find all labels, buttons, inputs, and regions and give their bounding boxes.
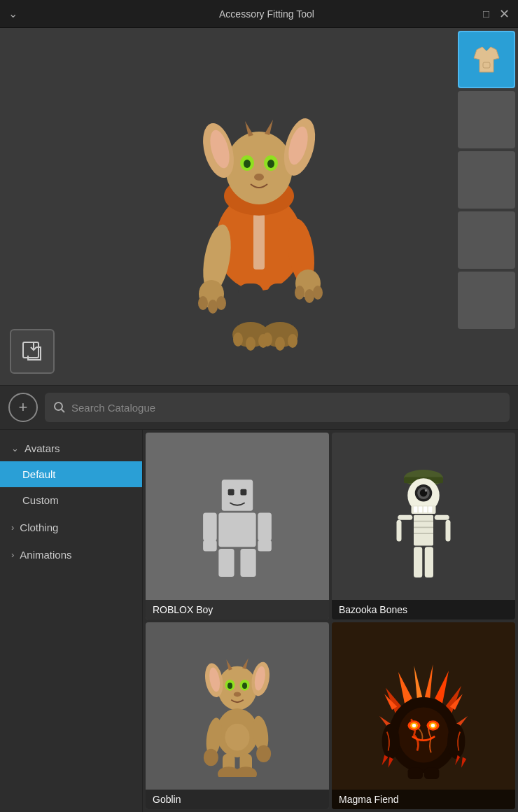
bazooka-bones-svg bbox=[385, 465, 462, 587]
close-icon[interactable]: ✕ bbox=[499, 6, 510, 22]
avatars-label: Avatars bbox=[24, 442, 60, 454]
maximize-icon[interactable]: □ bbox=[483, 8, 489, 20]
search-bar: + bbox=[0, 385, 518, 430]
svg-point-56 bbox=[425, 489, 428, 492]
magma-fiend-label: Magma Fiend bbox=[332, 790, 515, 809]
svg-point-72 bbox=[218, 666, 257, 710]
svg-marker-83 bbox=[242, 658, 248, 669]
sidebar-item-animations[interactable]: › Animations bbox=[0, 542, 142, 568]
sidebar-section-avatars: ⌄ Avatars Default Custom bbox=[0, 435, 142, 513]
svg-rect-58 bbox=[414, 507, 417, 513]
svg-rect-119 bbox=[424, 767, 440, 778]
panel-item-5[interactable] bbox=[458, 272, 515, 329]
svg-point-30 bbox=[246, 337, 255, 351]
sidebar-section-animations: › Animations bbox=[0, 542, 142, 568]
sidebar-item-clothing[interactable]: › Clothing bbox=[0, 514, 142, 540]
export-button[interactable] bbox=[10, 329, 55, 374]
svg-point-85 bbox=[225, 724, 250, 751]
character-svg bbox=[168, 59, 350, 354]
svg-point-113 bbox=[447, 723, 465, 758]
svg-marker-13 bbox=[245, 121, 253, 136]
svg-point-24 bbox=[313, 286, 323, 300]
svg-rect-47 bbox=[258, 540, 272, 551]
svg-rect-46 bbox=[203, 540, 217, 551]
character-preview bbox=[140, 52, 378, 360]
svg-rect-118 bbox=[408, 767, 424, 778]
panel-item-2[interactable] bbox=[458, 91, 515, 148]
svg-rect-69 bbox=[446, 520, 451, 542]
animations-label: Animations bbox=[20, 549, 71, 561]
bazooka-bones-image bbox=[332, 433, 515, 620]
roblox-boy-svg bbox=[195, 470, 279, 582]
svg-rect-42 bbox=[240, 489, 246, 495]
sidebar-section-clothing: › Clothing bbox=[0, 514, 142, 540]
add-button[interactable]: + bbox=[8, 393, 38, 422]
svg-rect-61 bbox=[428, 507, 432, 513]
svg-point-89 bbox=[256, 746, 271, 763]
svg-point-23 bbox=[304, 289, 314, 303]
magma-fiend-image bbox=[332, 622, 515, 809]
svg-marker-94 bbox=[398, 672, 412, 704]
window-title: Accessory Fitting Tool bbox=[50, 8, 483, 20]
svg-marker-96 bbox=[425, 664, 433, 700]
catalogue-item-roblox-boy[interactable]: ROBLOX Boy bbox=[146, 433, 329, 620]
svg-rect-1 bbox=[253, 214, 265, 270]
panel-item-4[interactable] bbox=[458, 211, 515, 269]
goblin-label: Goblin bbox=[146, 790, 329, 809]
catalogue-item-magma-fiend[interactable]: Magma Fiend bbox=[332, 622, 515, 809]
svg-rect-62 bbox=[414, 515, 433, 546]
search-icon bbox=[53, 401, 66, 414]
magma-fiend-svg bbox=[378, 653, 469, 779]
panel-item-clothing[interactable] bbox=[458, 31, 515, 88]
roblox-boy-label: ROBLOX Boy bbox=[146, 600, 329, 620]
catalogue-item-goblin[interactable]: Goblin bbox=[146, 622, 329, 809]
svg-point-11 bbox=[267, 160, 274, 168]
svg-point-38 bbox=[55, 402, 62, 410]
sidebar-item-default[interactable]: Default bbox=[0, 461, 142, 487]
svg-rect-60 bbox=[424, 507, 427, 513]
search-input[interactable] bbox=[71, 402, 501, 414]
sidebar-item-custom[interactable]: Custom bbox=[0, 487, 142, 513]
svg-point-32 bbox=[262, 332, 272, 346]
svg-marker-14 bbox=[265, 120, 273, 135]
shirt-icon bbox=[471, 44, 502, 75]
svg-point-109 bbox=[431, 723, 435, 727]
chevron-right-icon-2: › bbox=[11, 550, 14, 560]
chevron-right-icon: › bbox=[11, 522, 14, 533]
custom-label: Custom bbox=[22, 494, 59, 506]
goblin-image bbox=[146, 622, 329, 809]
svg-rect-70 bbox=[414, 547, 422, 578]
main-content: ⌄ Avatars Default Custom › Clothing › An… bbox=[0, 430, 518, 812]
bazooka-bones-label: Bazooka Bones bbox=[332, 600, 515, 620]
chevron-down-icon: ⌄ bbox=[11, 443, 19, 454]
svg-rect-45 bbox=[258, 512, 272, 540]
svg-point-108 bbox=[412, 723, 416, 727]
sidebar-item-avatars[interactable]: ⌄ Avatars bbox=[0, 435, 142, 461]
default-label: Default bbox=[22, 468, 56, 480]
svg-point-80 bbox=[242, 682, 247, 689]
svg-rect-48 bbox=[218, 549, 234, 577]
roblox-boy-image bbox=[146, 433, 329, 620]
svg-line-39 bbox=[62, 410, 65, 413]
svg-rect-43 bbox=[218, 512, 255, 547]
svg-point-81 bbox=[234, 692, 241, 696]
panel-item-3[interactable] bbox=[458, 151, 515, 209]
search-input-wrap bbox=[45, 393, 510, 422]
svg-point-93 bbox=[235, 766, 258, 777]
svg-point-10 bbox=[244, 160, 251, 168]
chevron-down-icon[interactable]: ⌄ bbox=[8, 7, 18, 20]
title-bar: ⌄ Accessory Fitting Tool □ ✕ bbox=[0, 0, 518, 28]
sidebar: ⌄ Avatars Default Custom › Clothing › An… bbox=[0, 430, 143, 812]
svg-rect-40 bbox=[222, 479, 253, 510]
svg-point-19 bbox=[198, 296, 208, 310]
catalogue-item-bazooka-bones[interactable]: Bazooka Bones bbox=[332, 433, 515, 620]
svg-rect-67 bbox=[397, 520, 402, 542]
clothing-label: Clothing bbox=[20, 522, 58, 533]
svg-marker-82 bbox=[226, 659, 232, 671]
svg-point-88 bbox=[204, 749, 218, 766]
svg-marker-114 bbox=[382, 755, 388, 764]
svg-point-79 bbox=[227, 682, 232, 689]
svg-point-3 bbox=[225, 132, 293, 204]
svg-point-21 bbox=[216, 296, 226, 310]
svg-rect-49 bbox=[240, 549, 255, 577]
